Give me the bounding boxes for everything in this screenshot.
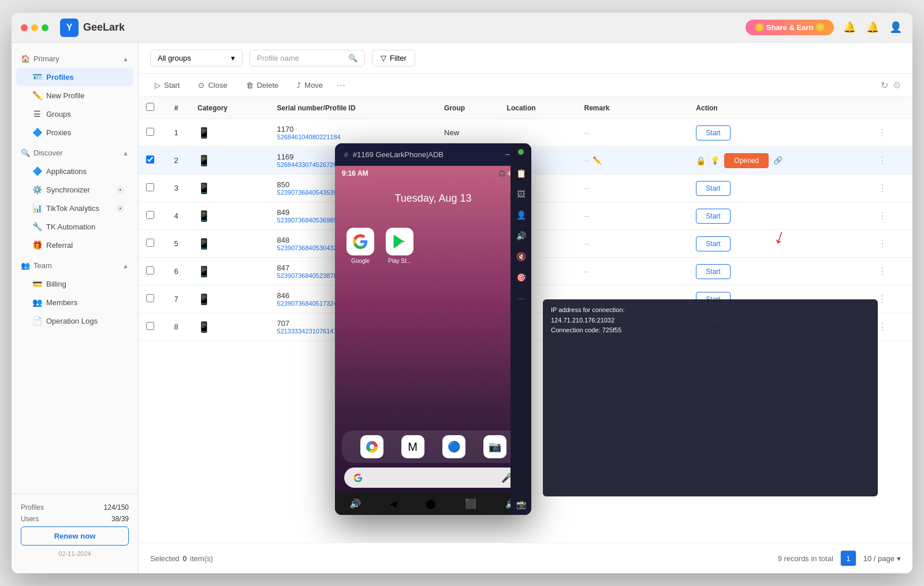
phone-more-sidebar-icon[interactable]: ··· <box>517 294 524 303</box>
close-action-button[interactable]: ⊙ Close <box>193 79 232 92</box>
category-phone-icon: 📱 <box>198 183 210 194</box>
row-more-button[interactable]: ⋮ <box>878 183 887 193</box>
maximize-button[interactable] <box>42 24 49 31</box>
row-checkbox[interactable] <box>146 322 154 330</box>
delete-action-button[interactable]: 🗑 Delete <box>241 79 284 92</box>
row-checkbox[interactable] <box>146 211 154 219</box>
start-button[interactable]: Start <box>696 264 730 279</box>
assistant-dock-icon[interactable]: 🔵 <box>442 435 465 458</box>
phone-image-icon[interactable]: 🖼 <box>517 190 525 199</box>
google-app[interactable]: Google <box>346 228 374 264</box>
sidebar-item-synchronizer[interactable]: ⚙️ Synchronizer • <box>16 180 133 199</box>
row-checkbox-cell <box>139 175 162 202</box>
category-phone-icon: 📱 <box>198 210 210 222</box>
playstore-app[interactable]: Play St... <box>386 228 413 264</box>
sidebar-item-operation-logs[interactable]: 📄 Operation Logs <box>16 311 133 330</box>
start-button[interactable]: Start <box>696 181 730 196</box>
start-action-button[interactable]: ▷ Start <box>150 79 184 92</box>
per-page-select[interactable]: 10 / page ▾ <box>863 554 901 563</box>
start-icon: ▷ <box>155 81 161 90</box>
profile-search-box[interactable]: Profile name 🔍 <box>249 50 365 66</box>
bulb-icon[interactable]: 💡 <box>710 156 720 165</box>
refresh-icon[interactable]: ↻ <box>881 80 888 91</box>
sidebar-section-primary-header[interactable]: 🏠 Primary ▲ <box>12 50 138 68</box>
traffic-lights <box>21 24 49 31</box>
sidebar-item-applications[interactable]: 🔷 Applications <box>16 162 133 180</box>
notification-icon[interactable]: 🔔 <box>843 21 857 35</box>
chrome-dock-icon[interactable] <box>360 435 383 458</box>
bell-icon[interactable]: 🔔 <box>866 21 880 35</box>
row-checkbox[interactable] <box>146 266 154 275</box>
share-earn-banner[interactable]: 🪙 Share & Earn 🪙 <box>746 20 834 35</box>
minimize-button[interactable] <box>31 24 38 31</box>
filter-button[interactable]: ▽ Filter <box>372 50 415 66</box>
sidebar-item-tk-automation[interactable]: 🔧 TK Automation <box>16 217 133 236</box>
close-button[interactable] <box>21 24 28 31</box>
sidebar-section-discover-header[interactable]: 🔍 Discover ▲ <box>12 144 138 162</box>
row-checkbox[interactable] <box>146 128 154 136</box>
opened-button[interactable]: Opened <box>724 153 769 168</box>
phone-copy-icon[interactable]: 📋 <box>516 169 526 178</box>
start-button[interactable]: Start <box>696 209 730 224</box>
link-icon[interactable]: 🔗 <box>773 156 783 165</box>
chevron-down-icon-perpage: ▾ <box>897 554 901 563</box>
phone-screenshot-icon[interactable]: 📸 <box>516 500 526 509</box>
gmail-dock-icon[interactable]: M <box>401 435 424 458</box>
sidebar-section-team-header[interactable]: 👥 Team ▲ <box>12 257 138 275</box>
titlebar: Y GeeLark 🪙 Share & Earn 🪙 🔔 🔔 👤 <box>12 13 912 43</box>
row-checkbox[interactable] <box>146 294 154 302</box>
sidebar-item-profiles[interactable]: 🪪 Profiles <box>16 68 133 86</box>
row-checkbox[interactable] <box>146 183 154 191</box>
group-select[interactable]: All groups ▾ <box>150 50 243 66</box>
row-more-button[interactable]: ⋮ <box>878 155 887 165</box>
renew-button[interactable]: Renew now <box>21 526 129 546</box>
start-button[interactable]: Start <box>696 320 730 335</box>
sidebar-item-proxies[interactable]: 🔷 Proxies <box>16 123 133 142</box>
row-action-cell: Start <box>689 119 870 147</box>
row-more-button[interactable]: ⋮ <box>878 294 887 304</box>
select-all-checkbox[interactable] <box>146 103 154 111</box>
row-more-button[interactable]: ⋮ <box>878 128 887 138</box>
sidebar-item-new-profile[interactable]: ✏️ New Profile <box>16 86 133 105</box>
row-checkbox[interactable] <box>146 239 154 247</box>
phone-portrait-icon[interactable]: 👤 <box>516 210 526 220</box>
table-footer: Selected 0 item(s) 9 records in total 1 … <box>139 543 912 573</box>
sidebar-item-groups[interactable]: ☰ Groups <box>16 105 133 123</box>
user-icon[interactable]: 👤 <box>889 21 903 35</box>
camera-dock-icon[interactable]: 📷 <box>483 435 506 458</box>
edit-icon[interactable]: ✏️ <box>593 156 602 165</box>
row-more-button[interactable]: ⋮ <box>878 322 887 332</box>
row-remark-cell: -- <box>577 119 689 147</box>
home-nav-icon[interactable]: ⬤ <box>426 498 436 509</box>
phone-volume-up-icon[interactable]: 🔊 <box>516 231 526 240</box>
row-more-button[interactable]: ⋮ <box>878 239 887 249</box>
start-button[interactable]: Start <box>696 236 730 251</box>
phone-minimize-button[interactable]: − <box>505 150 510 160</box>
category-phone-icon: 📱 <box>198 321 210 333</box>
category-phone-icon: 📱 <box>198 294 210 305</box>
row-checkbox-cell <box>139 230 162 258</box>
sidebar-item-members[interactable]: 👥 Members <box>16 293 133 311</box>
move-action-button[interactable]: ⤴ Move <box>292 79 327 92</box>
row-more-button[interactable]: ⋮ <box>878 211 887 221</box>
more-actions-button[interactable]: ··· <box>337 79 345 91</box>
recents-nav-icon[interactable]: ⬛ <box>465 498 476 509</box>
row-more-button[interactable]: ⋮ <box>878 266 887 276</box>
start-button[interactable]: Start <box>696 292 730 307</box>
start-button[interactable]: Start <box>696 125 730 140</box>
phone-location-icon[interactable]: 🎯 <box>516 273 526 282</box>
remark-value: user57288133 <box>584 322 632 331</box>
phone-search-bar[interactable]: 🎤 <box>344 468 522 488</box>
row-checkbox[interactable] <box>146 155 154 164</box>
settings-icon[interactable]: ⚙ <box>893 80 901 91</box>
sidebar-item-billing[interactable]: 💳 Billing <box>16 275 133 293</box>
row-remark-cell: -- ✏️ <box>577 147 689 175</box>
back-nav-icon[interactable]: ◀ <box>390 498 397 509</box>
category-phone-icon: 📱 <box>198 238 210 250</box>
sidebar-item-referral[interactable]: 🎁 Referral <box>16 236 133 254</box>
delete-icon: 🗑 <box>246 81 254 90</box>
phone-volume-down-icon[interactable]: 🔇 <box>516 252 526 261</box>
sidebar-item-tiktok-analytics[interactable]: 📊 TikTok Analytics • <box>16 199 133 217</box>
volume-nav-icon[interactable]: 🔊 <box>349 498 361 509</box>
page-1-button[interactable]: 1 <box>840 550 856 566</box>
